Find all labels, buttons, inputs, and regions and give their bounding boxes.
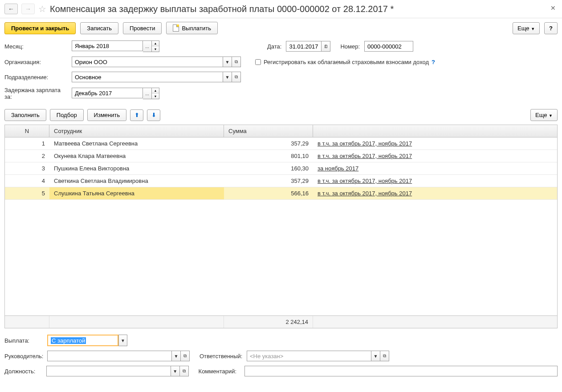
dept-open-button[interactable]: ⧉ — [232, 72, 241, 82]
table-row[interactable]: 5Слушкина Татьяна Сергеевна566,16в т.ч. … — [5, 187, 557, 200]
date-label: Дата: — [267, 43, 281, 50]
cell-employee: Слушкина Татьяна Сергеевна — [49, 187, 224, 199]
delayed-input[interactable] — [72, 88, 143, 98]
cell-sum: 357,29 — [224, 175, 313, 187]
dept-input[interactable] — [72, 72, 223, 82]
cell-sum: 357,29 — [224, 137, 313, 150]
month-input[interactable] — [72, 40, 143, 51]
details-link[interactable]: в т.ч. за октябрь 2017, ноябрь 2017 — [318, 140, 412, 147]
move-down-button[interactable]: ⬇ — [147, 109, 160, 121]
table-more-button[interactable]: Еще ▼ — [530, 109, 558, 121]
register-help-icon[interactable]: ? — [432, 59, 435, 65]
month-label: Месяц: — [4, 43, 69, 50]
post-button[interactable]: Провести — [123, 22, 162, 34]
cell-sum: 160,30 — [224, 162, 313, 174]
pay-button-label: Выплатить — [182, 25, 211, 32]
col-sum[interactable]: Сумма — [224, 125, 313, 137]
table-row[interactable]: 3Пушкина Елена Викторовна160,30за ноябрь… — [5, 162, 557, 175]
responsible-label: Ответственный: — [200, 353, 244, 360]
cell-n: 2 — [5, 150, 49, 162]
payout-dropdown-button[interactable]: ▼ — [118, 335, 127, 346]
number-input[interactable] — [364, 41, 413, 52]
save-button[interactable]: Записать — [80, 22, 118, 34]
manager-label: Руководитель: — [4, 353, 45, 360]
register-checkbox[interactable] — [255, 59, 261, 65]
post-and-close-button[interactable]: Провести и закрыть — [4, 22, 76, 34]
manager-dropdown-button[interactable]: ▼ — [172, 351, 181, 361]
cell-details: в т.ч. за октябрь 2017, ноябрь 2017 — [313, 137, 557, 150]
org-input[interactable] — [72, 57, 223, 67]
details-link[interactable]: в т.ч. за октябрь 2017, ноябрь 2017 — [318, 190, 412, 197]
favorite-icon[interactable]: ☆ — [38, 4, 46, 14]
payout-value: С зарплатой — [51, 337, 86, 344]
dept-label: Подразделение: — [4, 74, 69, 81]
table-row[interactable]: 2Окунева Клара Матвеевна801,10в т.ч. за … — [5, 150, 557, 162]
cell-employee: Пушкина Елена Викторовна — [49, 162, 224, 174]
cell-employee: Окунева Клара Матвеевна — [49, 150, 224, 162]
cell-n: 3 — [5, 162, 49, 174]
delayed-down-button[interactable]: ▼ — [152, 93, 159, 99]
date-calendar-button[interactable]: 🗓 — [322, 41, 330, 52]
dept-dropdown-button[interactable]: ▼ — [223, 72, 232, 82]
cell-sum: 801,10 — [224, 150, 313, 162]
cell-details: за ноябрь 2017 — [313, 162, 557, 174]
position-input[interactable] — [46, 366, 171, 376]
cell-employee: Светкина Светлана Владимировна — [49, 175, 224, 187]
manager-input[interactable] — [47, 351, 172, 361]
details-link[interactable]: за ноябрь 2017 — [318, 165, 358, 172]
cell-details: в т.ч. за октябрь 2017, ноябрь 2017 — [313, 175, 557, 187]
nav-forward-button[interactable]: → — [21, 4, 35, 14]
org-dropdown-button[interactable]: ▼ — [223, 57, 232, 67]
org-open-button[interactable]: ⧉ — [232, 57, 241, 67]
delayed-label: Задержана зарплата за: — [4, 87, 69, 100]
month-up-button[interactable]: ▲ — [152, 41, 159, 46]
number-label: Номер: — [340, 43, 360, 50]
payout-select[interactable]: С зарплатой — [47, 335, 118, 346]
help-button[interactable]: ? — [544, 22, 558, 34]
document-icon — [173, 24, 179, 32]
close-button[interactable]: ✕ — [549, 4, 558, 13]
cell-sum: 566,16 — [224, 187, 313, 199]
pay-button[interactable]: Выплатить — [166, 22, 218, 34]
cell-details: в т.ч. за октябрь 2017, ноябрь 2017 — [313, 150, 557, 162]
org-label: Организация: — [4, 59, 69, 65]
delayed-ellipsis-button[interactable]: ... — [143, 88, 152, 99]
month-down-button[interactable]: ▼ — [152, 46, 159, 52]
table-row[interactable]: 4Светкина Светлана Владимировна357,29в т… — [5, 175, 557, 187]
window-title: Компенсация за задержку выплаты заработн… — [50, 4, 545, 14]
details-link[interactable]: в т.ч. за октябрь 2017, ноябрь 2017 — [318, 178, 412, 184]
col-employee[interactable]: Сотрудник — [49, 125, 224, 137]
details-link[interactable]: в т.ч. за октябрь 2017, ноябрь 2017 — [318, 153, 412, 159]
total-sum: 2 242,14 — [224, 316, 313, 328]
edit-button[interactable]: Изменить — [87, 109, 127, 121]
pick-button[interactable]: Подбор — [50, 109, 84, 121]
position-open-button[interactable]: ⧉ — [180, 366, 189, 376]
comment-label: Комментарий: — [199, 368, 242, 375]
position-dropdown-button[interactable]: ▼ — [171, 366, 180, 376]
comment-input[interactable] — [244, 366, 558, 376]
delayed-up-button[interactable]: ▲ — [152, 88, 159, 93]
responsible-dropdown-button[interactable]: ▼ — [371, 351, 380, 361]
responsible-open-button[interactable]: ⧉ — [380, 351, 389, 361]
position-label: Должность: — [4, 368, 44, 375]
manager-open-button[interactable]: ⧉ — [181, 351, 190, 361]
move-up-button[interactable]: ⬆ — [130, 109, 143, 121]
col-n[interactable]: N — [5, 125, 49, 137]
date-input[interactable] — [286, 41, 322, 52]
responsible-input[interactable] — [247, 351, 371, 361]
cell-details: в т.ч. за октябрь 2017, ноябрь 2017 — [313, 187, 557, 199]
payout-label: Выплата: — [4, 337, 45, 344]
cell-n: 1 — [5, 137, 49, 150]
nav-back-button[interactable]: ← — [4, 4, 18, 14]
register-label: Регистрировать как облагаемый страховыми… — [264, 59, 429, 65]
fill-button[interactable]: Заполнить — [4, 109, 46, 121]
more-button[interactable]: Еще ▼ — [513, 22, 540, 34]
table-row[interactable]: 1Матвеева Светлана Сергеевна357,29в т.ч.… — [5, 137, 557, 150]
cell-employee: Матвеева Светлана Сергеевна — [49, 137, 224, 150]
cell-n: 5 — [5, 187, 49, 199]
cell-n: 4 — [5, 175, 49, 187]
col-details[interactable] — [313, 125, 557, 137]
month-ellipsis-button[interactable]: ... — [143, 40, 152, 52]
employees-table: N Сотрудник Сумма 1Матвеева Светлана Сер… — [4, 125, 558, 328]
